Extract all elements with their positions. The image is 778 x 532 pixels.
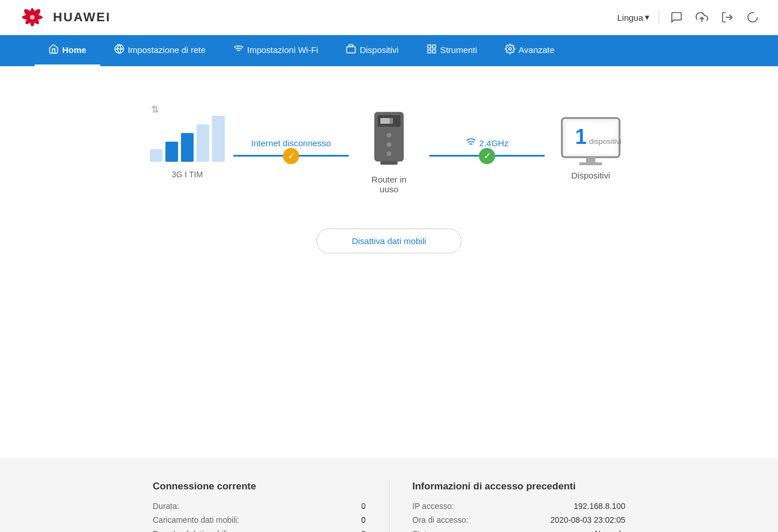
svg-rect-16 (432, 45, 435, 48)
info-row-durata: Durata: 0 (153, 501, 366, 511)
nav-item-tools[interactable]: Strumenti (413, 35, 491, 66)
svg-point-24 (387, 133, 391, 138)
wifi-icon (233, 44, 244, 56)
header-right: Lingua ▾ (617, 9, 761, 25)
router-area: Router in uuso (349, 101, 429, 194)
prev-access-table: Informazioni di accesso precedenti IP ac… (390, 481, 649, 532)
signal-bars: ⇅ (150, 116, 225, 162)
svg-rect-18 (428, 50, 430, 53)
wifi-label: 2.4GHz (466, 138, 509, 148)
devices-area: 1 dispositivi Dispositivi (545, 115, 637, 180)
router-label: Router in uuso (372, 174, 407, 194)
svg-text:dispositivi: dispositivi (589, 137, 621, 146)
signal-arrows-icon: ⇅ (151, 104, 158, 115)
signal-bar-5 (212, 116, 225, 162)
svg-point-19 (509, 48, 512, 51)
internet-status-label: Internet disconnesso (251, 138, 331, 148)
info-row-stato: Stato accesso: Normale (413, 529, 626, 532)
svg-point-26 (387, 151, 391, 156)
gear-icon (505, 44, 515, 56)
monitor-icon: 1 dispositivi (559, 115, 622, 167)
separator (659, 10, 659, 24)
info-row-ip: IP accesso: 192.168.8.100 (413, 501, 626, 511)
wifi-conn-area: 2.4GHz ✓ (429, 138, 545, 157)
svg-rect-23 (380, 118, 390, 124)
chevron-down-icon: ▾ (645, 12, 649, 22)
svg-rect-17 (432, 50, 435, 53)
svg-rect-14 (347, 47, 356, 53)
signal-area: ⇅ 3G I TIM (141, 116, 233, 179)
info-tables: Connessione corrente Durata: 0 Caricamen… (130, 481, 648, 532)
internet-conn-area: Internet disconnesso ✓ (233, 138, 349, 157)
signal-bar-1 (150, 149, 163, 162)
btn-section: Disattiva dati mobili (0, 217, 778, 288)
spinner-icon[interactable] (745, 9, 761, 25)
tools-icon (426, 44, 437, 56)
signal-label: 3G I TIM (172, 170, 203, 179)
internet-check-icon: ✓ (283, 148, 299, 164)
main-content: ⇅ 3G I TIM Internet disconnesso ✓ (0, 66, 778, 458)
diagram-section: ⇅ 3G I TIM Internet disconnesso ✓ (0, 66, 778, 217)
info-row-caricamento: Caricamento dati mobili: 0 (153, 515, 366, 525)
lingua-button[interactable]: Lingua ▾ (617, 12, 649, 22)
info-section: Connessione corrente Durata: 0 Caricamen… (0, 458, 778, 532)
svg-rect-34 (579, 162, 602, 165)
svg-rect-15 (428, 45, 430, 48)
devices-label: Dispositivi (571, 170, 610, 180)
logout-icon[interactable] (719, 9, 735, 25)
signal-bar-3 (181, 133, 194, 162)
svg-point-8 (30, 15, 35, 20)
logo-area: HUAWEI (17, 6, 111, 29)
nav-item-devices[interactable]: Dispositivi (332, 35, 413, 66)
router-icon (366, 101, 412, 170)
current-conn-title: Connessione corrente (153, 481, 366, 492)
nav-item-home[interactable]: Home (35, 35, 100, 66)
svg-rect-27 (380, 161, 398, 165)
prev-access-title: Informazioni di accesso precedenti (413, 481, 626, 492)
devices-icon (346, 44, 356, 56)
wifi-small-icon (466, 138, 476, 148)
upload-icon[interactable] (694, 9, 710, 25)
home-icon (48, 44, 59, 56)
svg-point-25 (387, 142, 391, 147)
nav-item-network[interactable]: Impostazione di rete (100, 35, 220, 66)
comment-icon[interactable] (669, 9, 685, 25)
wifi-check-icon: ✓ (479, 148, 495, 164)
current-conn-table: Connessione corrente Durata: 0 Caricamen… (130, 481, 390, 532)
header: HUAWEI Lingua ▾ (0, 0, 778, 35)
globe-icon (114, 44, 124, 56)
nav-item-wifi[interactable]: Impostazioni Wi-Fi (220, 35, 332, 66)
info-row-ora: Ora di accesso: 2020-08-03 23:02:05 (413, 515, 626, 525)
info-row-download: Download dati mobili: 0 (153, 529, 366, 532)
svg-text:1: 1 (575, 125, 587, 149)
svg-rect-33 (586, 157, 595, 163)
nav-item-advanced[interactable]: Avanzate (491, 35, 568, 66)
wifi-conn-line: ✓ (429, 155, 545, 157)
internet-conn-line: ✓ (233, 155, 349, 157)
huawei-logo-icon (17, 6, 47, 29)
main-nav: Home Impostazione di rete Impostazioni W… (0, 35, 778, 66)
signal-bar-2 (165, 142, 178, 162)
disattiva-dati-button[interactable]: Disattiva dati mobili (316, 229, 461, 253)
brand-name: HUAWEI (53, 10, 111, 25)
signal-bar-4 (197, 124, 209, 162)
